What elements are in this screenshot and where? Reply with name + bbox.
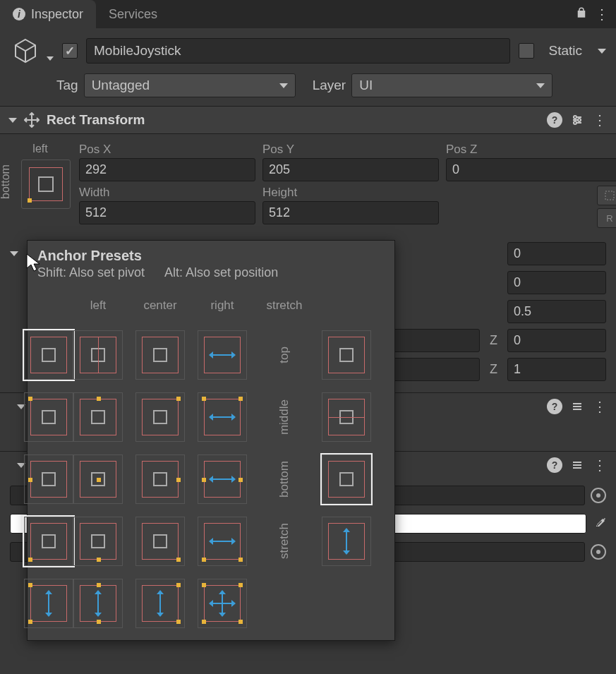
preset-middle-none[interactable] xyxy=(322,392,371,442)
icon-dropdown[interactable] xyxy=(47,56,54,61)
preset-top-right[interactable] xyxy=(135,392,185,442)
y-input[interactable] xyxy=(381,329,480,352)
preset-stretch-none[interactable] xyxy=(322,517,371,566)
preset-top-none[interactable] xyxy=(322,330,371,380)
anchor-preset-button[interactable]: left bottom xyxy=(10,143,71,228)
tag-label: Tag xyxy=(56,78,78,93)
chevron-down-icon xyxy=(279,83,288,88)
layer-dropdown[interactable]: UI xyxy=(351,73,552,97)
component-title: Rect Transform xyxy=(47,112,540,128)
posx-input[interactable] xyxy=(79,158,255,181)
tab-inspector[interactable]: i Inspector xyxy=(0,0,96,28)
posz-label: Pos Z xyxy=(446,143,616,157)
foldout-icon[interactable] xyxy=(8,118,17,123)
posx-label: Pos X xyxy=(79,143,255,157)
col-header: left xyxy=(90,299,107,313)
height-label: Height xyxy=(262,186,439,200)
lock-icon[interactable] xyxy=(575,6,588,22)
preset-middle-right[interactable] xyxy=(135,455,185,504)
layer-label: Layer xyxy=(313,78,346,93)
preset-middle-center[interactable] xyxy=(73,455,123,504)
more-icon[interactable]: ⋮ xyxy=(595,6,609,23)
alt-hint: Alt: Also set position xyxy=(164,265,278,280)
preset-icon[interactable] xyxy=(569,457,585,473)
preset-top-center[interactable] xyxy=(73,392,123,442)
eyedropper-icon[interactable] xyxy=(592,515,606,533)
tab-label: Inspector xyxy=(31,7,83,22)
svg-point-2 xyxy=(574,121,576,124)
help-icon[interactable]: ? xyxy=(547,399,562,414)
posz-input[interactable] xyxy=(446,158,616,181)
help-icon[interactable]: ? xyxy=(547,112,562,128)
more-icon[interactable]: ⋮ xyxy=(592,112,608,128)
height-input[interactable] xyxy=(262,201,439,224)
value-input[interactable] xyxy=(507,300,606,323)
width-label: Width xyxy=(79,186,255,200)
tag-dropdown[interactable]: Untagged xyxy=(84,73,296,97)
help-icon[interactable]: ? xyxy=(547,457,562,473)
preset-none-stretch[interactable] xyxy=(198,330,247,380)
preset-bottom-stretch[interactable] xyxy=(198,517,247,566)
row-header: stretch xyxy=(277,523,291,559)
posy-label: Pos Y xyxy=(262,143,439,157)
rect-transform-header[interactable]: Rect Transform ? ⋮ xyxy=(0,106,616,134)
preset-stretch-left[interactable] xyxy=(24,579,73,628)
name-field[interactable] xyxy=(86,38,510,64)
preset-none-left[interactable] xyxy=(24,330,73,380)
preset-stretch-stretch[interactable] xyxy=(198,579,247,628)
object-picker-icon[interactable] xyxy=(591,544,606,560)
blueprint-button[interactable] xyxy=(597,186,616,205)
preset-top-stretch[interactable] xyxy=(198,392,247,442)
preset-bottom-right[interactable] xyxy=(135,517,185,566)
static-dropdown[interactable] xyxy=(598,49,606,54)
row-header: top xyxy=(277,347,291,363)
preset-bottom-center[interactable] xyxy=(73,517,123,566)
width-input[interactable] xyxy=(79,201,255,224)
preset-bottom-left[interactable] xyxy=(24,517,73,566)
col-header: center xyxy=(143,299,176,313)
preset-icon[interactable] xyxy=(569,399,585,414)
tab-services[interactable]: Services xyxy=(96,0,170,28)
posy-input[interactable] xyxy=(262,158,439,181)
preset-none-right[interactable] xyxy=(135,330,185,380)
tab-label: Services xyxy=(109,7,157,22)
row-header: middle xyxy=(277,399,291,435)
shift-hint: Shift: Also set pivot xyxy=(37,265,145,280)
preset-stretch-center[interactable] xyxy=(73,579,123,628)
static-checkbox[interactable] xyxy=(519,43,534,59)
row-header: bottom xyxy=(277,461,291,498)
cube-icon[interactable] xyxy=(10,35,41,66)
preset-stretch-right[interactable] xyxy=(135,579,185,628)
more-icon[interactable]: ⋮ xyxy=(592,457,608,473)
z-input[interactable] xyxy=(507,329,606,352)
chevron-down-icon xyxy=(536,83,545,88)
preset-middle-left[interactable] xyxy=(24,455,73,504)
value-input[interactable] xyxy=(507,242,606,265)
object-picker-icon[interactable] xyxy=(591,488,606,503)
more-icon[interactable]: ⋮ xyxy=(592,399,608,414)
rect-transform-icon xyxy=(24,112,40,128)
z-input[interactable] xyxy=(507,358,606,381)
raw-button[interactable]: R xyxy=(597,208,616,228)
tab-bar: i Inspector Services ⋮ xyxy=(0,0,616,28)
col-header: stretch xyxy=(266,299,302,313)
foldout-icon[interactable] xyxy=(10,251,18,256)
svg-rect-3 xyxy=(605,191,614,200)
preset-none-center[interactable] xyxy=(73,330,123,380)
z-label: Z xyxy=(490,333,497,348)
gameobject-header: Static xyxy=(0,28,616,71)
preset-bottom-none[interactable] xyxy=(322,455,371,504)
col-header: right xyxy=(210,299,234,313)
tag-layer-row: Tag Untagged Layer UI xyxy=(0,71,616,106)
static-label: Static xyxy=(548,43,582,59)
preset-icon[interactable] xyxy=(569,112,585,128)
value-input[interactable] xyxy=(507,271,606,294)
active-checkbox[interactable] xyxy=(62,43,78,59)
svg-point-0 xyxy=(574,116,576,119)
popup-title: Anchor Presets xyxy=(28,241,394,265)
info-icon: i xyxy=(13,8,25,20)
preset-middle-stretch[interactable] xyxy=(198,455,247,504)
preset-grid: left center right stretch top middle bot… xyxy=(28,287,394,640)
preset-top-left[interactable] xyxy=(24,392,73,442)
y-input[interactable] xyxy=(381,358,480,381)
